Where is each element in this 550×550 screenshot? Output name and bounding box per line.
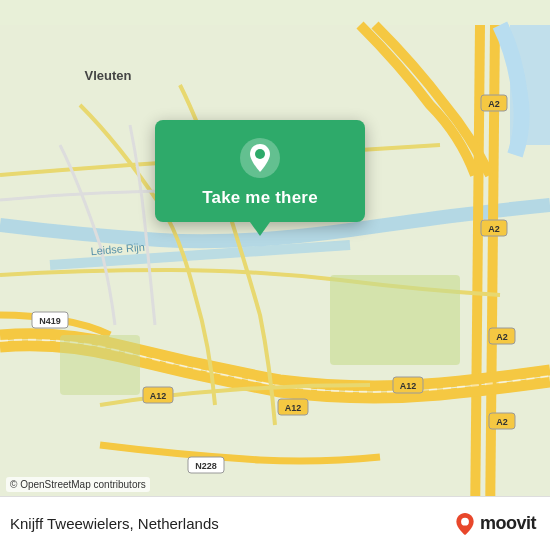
svg-text:N419: N419: [39, 316, 61, 326]
moovit-brand-text: moovit: [480, 513, 536, 534]
map-roads: N419 A12 A12 A12 A2 A2 A2 A2 N228 Vleute…: [0, 0, 550, 550]
svg-text:A12: A12: [400, 381, 417, 391]
svg-text:A12: A12: [285, 403, 302, 413]
popup-card: Take me there: [155, 120, 365, 222]
svg-text:A2: A2: [488, 224, 500, 234]
svg-text:A2: A2: [496, 332, 508, 342]
take-me-there-button[interactable]: Take me there: [202, 188, 318, 208]
svg-text:A2: A2: [496, 417, 508, 427]
osm-attribution: © OpenStreetMap contributors: [6, 477, 150, 492]
svg-point-26: [461, 517, 469, 525]
map-container: N419 A12 A12 A12 A2 A2 A2 A2 N228 Vleute…: [0, 0, 550, 550]
location-pin-icon: [240, 138, 280, 178]
svg-text:Vleuten: Vleuten: [85, 68, 132, 83]
svg-point-25: [255, 149, 265, 159]
svg-rect-3: [60, 335, 140, 395]
bottom-bar: Knijff Tweewielers, Netherlands moovit: [0, 496, 550, 550]
svg-text:A12: A12: [150, 391, 167, 401]
moovit-logo: moovit: [454, 513, 536, 535]
location-name: Knijff Tweewielers, Netherlands: [10, 515, 219, 532]
svg-text:N228: N228: [195, 461, 217, 471]
svg-rect-2: [330, 275, 460, 365]
moovit-pin-icon: [454, 513, 476, 535]
svg-text:A2: A2: [488, 99, 500, 109]
